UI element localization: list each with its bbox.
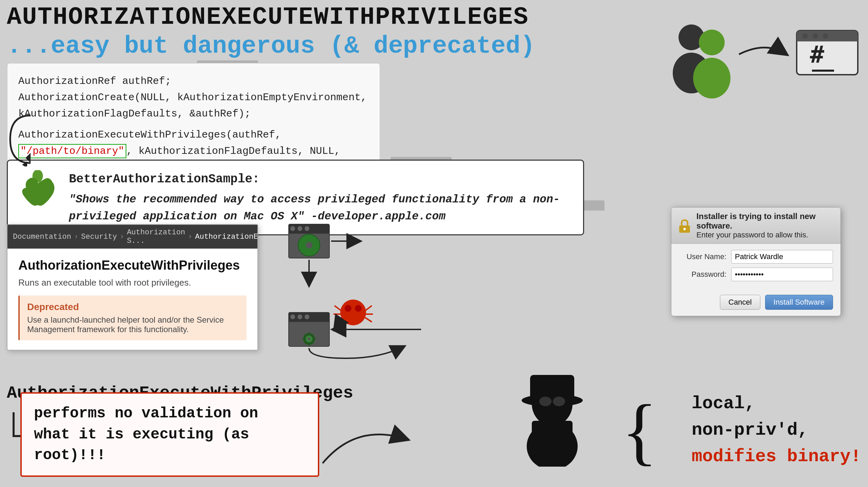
auth-dialog-message: Installer is trying to install new softw…	[697, 212, 835, 239]
no-validation-box: performs no validation on what it is exe…	[20, 392, 319, 477]
nav-auth-ex: AuthorizationEx...	[195, 233, 258, 241]
svg-point-46	[539, 397, 551, 406]
no-validation-line2: what it is executing (as root)!!!	[34, 424, 306, 466]
main-title: AuthorizationExecuteWithPrivileges	[7, 3, 529, 31]
right-line1: local,	[692, 391, 861, 417]
svg-point-30	[307, 337, 311, 341]
svg-point-31	[340, 300, 366, 325]
bottom-curve-arrow	[306, 412, 441, 480]
documentation-screenshot: Documentation › Security › Authorization…	[7, 224, 258, 350]
right-line2: non-priv'd,	[692, 417, 861, 444]
svg-point-2	[683, 228, 686, 230]
apple-logo-icon	[17, 170, 58, 211]
username-label: User Name:	[679, 252, 726, 261]
cancel-button[interactable]: Cancel	[720, 295, 760, 310]
no-validation-line1: performs no validation on	[34, 403, 306, 424]
svg-point-21	[306, 242, 312, 249]
deprecated-box: Deprecated Use a launchd-launched helper…	[18, 295, 247, 340]
deprecated-title: Deprecated	[27, 302, 239, 312]
subtitle: ...easy but dangerous (& deprecated)	[7, 32, 535, 60]
svg-point-6	[693, 58, 730, 98]
svg-rect-49	[532, 421, 573, 434]
doc-function-name: AuthorizationExecuteWithPrivileges	[18, 258, 247, 273]
user-root-diagram: #	[664, 20, 861, 102]
bas-title: BetterAuthorizationSample:	[69, 170, 574, 188]
auth-dialog: Installer is trying to install new softw…	[671, 207, 841, 316]
svg-line-39	[365, 318, 372, 322]
svg-point-33	[355, 305, 362, 312]
brace: {	[621, 394, 657, 468]
svg-point-5	[699, 30, 725, 55]
svg-point-12	[823, 33, 828, 39]
username-row: User Name:	[679, 250, 833, 264]
svg-marker-40	[25, 153, 31, 163]
doc-description: Runs an executable tool with root privil…	[18, 277, 247, 288]
username-input[interactable]	[731, 250, 833, 264]
right-text-block: local, non-priv'd, modifies binary!	[692, 391, 861, 470]
middle-diagram	[278, 217, 441, 363]
auth-dialog-buttons: Cancel Install Software	[671, 291, 840, 316]
svg-text:#: #	[810, 41, 824, 69]
nav-security: Security	[81, 233, 117, 241]
deprecated-text: Use a launchd-launched helper tool and/o…	[27, 315, 239, 334]
svg-point-32	[345, 305, 351, 312]
doc-content: AuthorizationExecuteWithPrivileges Runs …	[7, 249, 257, 350]
svg-point-10	[802, 33, 808, 39]
svg-line-37	[365, 306, 372, 311]
svg-point-25	[297, 314, 302, 319]
svg-point-47	[553, 397, 565, 406]
code-line1: AuthorizationRef authRef;	[18, 73, 369, 89]
svg-point-17	[290, 226, 295, 231]
svg-point-26	[305, 314, 309, 319]
svg-point-24	[290, 314, 295, 319]
install-software-button[interactable]: Install Software	[765, 295, 833, 310]
auth-dialog-titlebar: Installer is trying to install new softw…	[671, 208, 840, 244]
nav-auth-s: Authorization S...	[127, 228, 185, 245]
password-row: Password:	[679, 268, 833, 281]
svg-line-34	[334, 306, 341, 311]
svg-point-11	[813, 33, 818, 39]
password-input[interactable]	[731, 268, 833, 281]
svg-point-18	[297, 226, 302, 231]
lock-icon	[677, 217, 692, 234]
code-arrow-svg	[3, 112, 71, 166]
nav-docs: Documentation	[13, 233, 71, 241]
auth-dialog-body: User Name: Password:	[671, 244, 840, 291]
svg-point-19	[305, 226, 309, 231]
svg-point-45	[532, 382, 573, 426]
hacker-figure	[515, 365, 590, 467]
doc-nav: Documentation › Security › Authorization…	[7, 225, 257, 249]
right-line3: modifies binary!	[692, 444, 861, 470]
password-label: Password:	[679, 270, 726, 279]
